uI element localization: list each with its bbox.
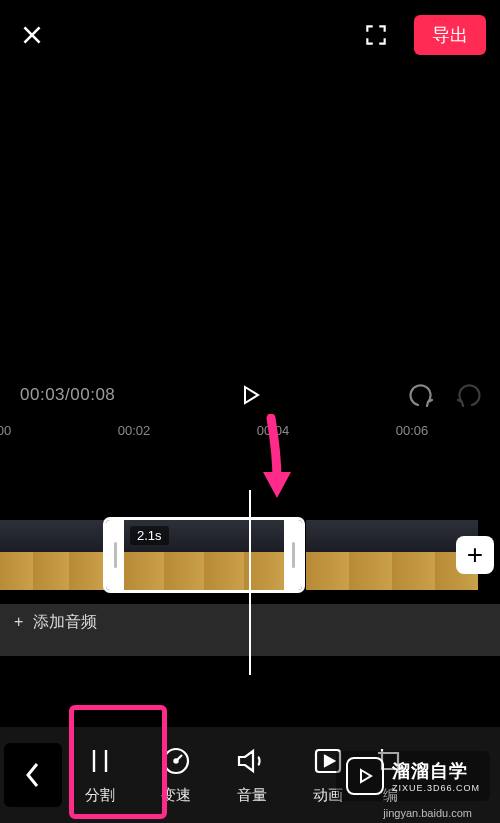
add-audio-label: 添加音频 xyxy=(33,612,97,633)
plus-icon: + xyxy=(14,613,23,631)
redo-icon[interactable] xyxy=(456,383,486,407)
speedometer-icon xyxy=(161,746,191,776)
top-bar: 导出 xyxy=(0,0,500,70)
time-ruler[interactable]: 00 00:02 00:04 00:06 xyxy=(0,420,500,446)
close-icon[interactable] xyxy=(14,17,50,53)
export-button[interactable]: 导出 xyxy=(414,15,486,55)
watermark: 溜溜自学 ZIXUE.3D66.COM xyxy=(336,751,490,801)
time-display: 00:03/00:08 xyxy=(20,385,115,405)
annotation-arrow xyxy=(255,414,295,504)
split-icon xyxy=(85,746,115,776)
watermark-brand: 溜溜自学 xyxy=(392,759,480,783)
tool-volume[interactable]: 音量 xyxy=(214,732,290,818)
playback-controls: 00:03/00:08 xyxy=(0,370,500,420)
svg-point-1 xyxy=(174,759,177,762)
add-clip-button[interactable]: + xyxy=(456,536,494,574)
clip-handle-right[interactable] xyxy=(284,520,302,590)
watermark-logo-icon xyxy=(346,757,384,795)
ruler-tick: 00 xyxy=(0,423,11,438)
credit-text: jingyan.baidu.com xyxy=(383,807,472,819)
playhead[interactable] xyxy=(249,490,251,675)
undo-icon[interactable] xyxy=(404,383,434,407)
duration-badge: 2.1s xyxy=(130,526,169,545)
clip-after[interactable] xyxy=(306,520,478,590)
clip-before[interactable] xyxy=(0,520,104,590)
play-button[interactable] xyxy=(232,377,268,413)
volume-icon xyxy=(236,746,268,776)
clip-selected[interactable]: 2.1s xyxy=(106,520,302,590)
watermark-sub: ZIXUE.3D66.COM xyxy=(392,783,480,793)
clip-handle-left[interactable] xyxy=(106,520,124,590)
ruler-tick: 00:06 xyxy=(396,423,429,438)
ruler-tick: 00:02 xyxy=(118,423,151,438)
fullscreen-icon[interactable] xyxy=(358,17,394,53)
tool-label: 分割 xyxy=(85,786,115,805)
tool-speed[interactable]: 变速 xyxy=(138,732,214,818)
back-button[interactable] xyxy=(4,743,62,807)
tool-label: 变速 xyxy=(161,786,191,805)
tool-label: 音量 xyxy=(237,786,267,805)
tool-split[interactable]: 分割 xyxy=(62,732,138,818)
